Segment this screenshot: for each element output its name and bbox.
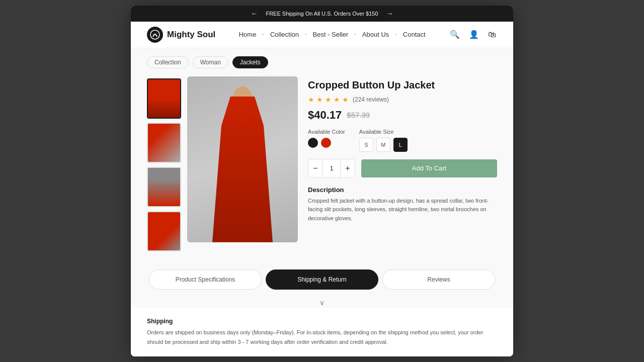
size-l[interactable]: L xyxy=(393,138,408,152)
search-icon: 🔍 xyxy=(450,30,460,39)
cart-icon: 🛍 xyxy=(488,30,496,39)
star-4: ★ xyxy=(334,96,340,104)
logo-text: Mighty Soul xyxy=(167,30,215,40)
search-button[interactable]: 🔍 xyxy=(449,29,461,40)
nav-contact[interactable]: Contact xyxy=(400,29,429,40)
announcement-next-button[interactable]: → xyxy=(384,10,395,18)
product-details: Cropped Button Up Jacket ★ ★ ★ ★ ★ (224 … xyxy=(308,76,497,251)
header-icons: 🔍 👤 🛍 xyxy=(449,29,497,40)
color-label: Available Color xyxy=(308,129,345,135)
user-icon: 👤 xyxy=(469,30,479,39)
options-row: Available Color Available Size S M L xyxy=(308,129,497,152)
thumbnail-2[interactable] xyxy=(147,123,181,163)
product-title: Cropped Button Up Jacket xyxy=(308,78,497,92)
size-label: Available Size xyxy=(359,129,408,135)
breadcrumb: Collection Woman Jackets xyxy=(131,48,513,76)
add-to-cart-button[interactable]: Add To Cart xyxy=(361,159,497,177)
nav-dot-2: • xyxy=(305,32,307,37)
star-2: ★ xyxy=(316,96,323,104)
breadcrumb-collection[interactable]: Collection xyxy=(147,56,189,68)
nav-about-us[interactable]: About Us xyxy=(359,29,392,40)
description-section: Description Cropped felt jacket with a b… xyxy=(308,186,497,223)
price-current: $40.17 xyxy=(308,109,342,122)
logo-icon xyxy=(147,27,163,43)
quantity-decrease-button[interactable]: − xyxy=(308,159,323,177)
description-title: Description xyxy=(308,186,497,194)
thumbnail-3[interactable] xyxy=(147,167,181,207)
cart-row: − + Add To Cart xyxy=(308,159,497,178)
product-area: Cropped Button Up Jacket ★ ★ ★ ★ ★ (224 … xyxy=(131,76,513,263)
breadcrumb-jackets[interactable]: Jackets xyxy=(232,56,268,68)
header: Mighty Soul Home • Collection • Best - S… xyxy=(131,22,513,48)
tab-shipping-return[interactable]: Shipping & Return xyxy=(266,269,378,290)
tab-reviews[interactable]: Reviews xyxy=(382,269,495,290)
nav-dot-4: • xyxy=(395,32,397,37)
thumbnail-4[interactable] xyxy=(147,211,181,251)
color-swatches xyxy=(308,138,345,148)
announcement-bar: ← FREE Shipping On All U.S. Orders Over … xyxy=(131,6,513,22)
announcement-prev-button[interactable]: ← xyxy=(249,10,260,18)
chevron-down: ∨ xyxy=(131,296,513,308)
tab-product-specs[interactable]: Product Specifications xyxy=(149,269,262,290)
nav-dot-3: • xyxy=(354,32,356,37)
price-row: $40.17 $57.39 xyxy=(308,109,497,122)
star-5: ★ xyxy=(342,96,349,104)
size-s[interactable]: S xyxy=(359,138,373,152)
thumbnail-list xyxy=(147,76,181,251)
shipping-content: Shipping Orders are shipped on business … xyxy=(131,310,513,356)
color-swatch-black[interactable] xyxy=(308,138,318,148)
star-3: ★ xyxy=(325,96,332,104)
shipping-text: Orders are shipped on business days only… xyxy=(147,328,497,346)
quantity-input[interactable] xyxy=(323,159,341,177)
color-swatch-red[interactable] xyxy=(321,138,331,148)
tabs-row: Product Specifications Shipping & Return… xyxy=(131,263,513,296)
nav-dot-1: • xyxy=(262,32,264,37)
announcement-text: FREE Shipping On All U.S. Orders Over $1… xyxy=(266,11,378,17)
description-text: Cropped felt jacket with a button-up des… xyxy=(308,197,497,223)
account-button[interactable]: 👤 xyxy=(468,29,480,40)
nav-home[interactable]: Home xyxy=(236,29,260,40)
breadcrumb-woman[interactable]: Woman xyxy=(193,56,228,68)
size-m[interactable]: M xyxy=(376,138,390,152)
nav-best-seller[interactable]: Best - Seller xyxy=(310,29,352,40)
main-nav: Home • Collection • Best - Seller • Abou… xyxy=(236,29,429,40)
size-option-group: Available Size S M L xyxy=(359,129,408,152)
cart-button[interactable]: 🛍 xyxy=(487,29,497,40)
price-original: $57.39 xyxy=(347,111,370,119)
quantity-increase-button[interactable]: + xyxy=(341,159,355,177)
star-rating: ★ ★ ★ ★ ★ (224 reviews) xyxy=(308,96,497,104)
color-option-group: Available Color xyxy=(308,129,345,152)
size-options: S M L xyxy=(359,138,408,152)
reviews-count: (224 reviews) xyxy=(353,96,389,103)
nav-collection[interactable]: Collection xyxy=(267,29,302,40)
shipping-heading: Shipping xyxy=(147,318,497,325)
star-1: ★ xyxy=(308,96,314,104)
chevron-down-icon: ∨ xyxy=(319,299,325,307)
logo[interactable]: Mighty Soul xyxy=(147,27,215,43)
main-product-image xyxy=(187,76,298,242)
quantity-control: − + xyxy=(308,159,355,178)
thumbnail-1[interactable] xyxy=(147,78,181,119)
